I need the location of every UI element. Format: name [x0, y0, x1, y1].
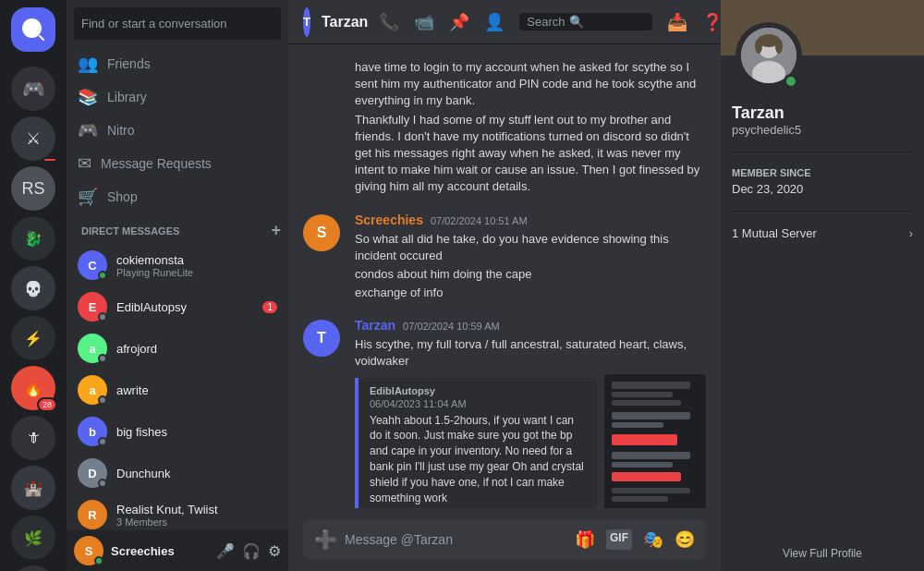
- dm-sub: Playing RuneLite: [116, 267, 193, 278]
- dm-item-realistknut[interactable]: R Realist Knut, Twiist3 Members: [70, 494, 285, 530]
- dm-name: big fishes: [116, 425, 167, 439]
- svg-point-5: [775, 39, 783, 54]
- right-panel: Tarzan psychedelic5 Member Since Dec 23,…: [721, 0, 924, 571]
- nitro-icon: 🎮: [78, 120, 98, 140]
- msg-avatar-spacer: [303, 59, 340, 198]
- message-requests-icon: ✉: [78, 153, 91, 174]
- video-icon[interactable]: 📹: [414, 12, 434, 32]
- mute-icon[interactable]: 🎤: [216, 542, 235, 560]
- dm-avatar: b: [78, 417, 107, 446]
- nav-nitro-label: Nitro: [107, 123, 135, 138]
- server-icon-10[interactable]: 🌿: [11, 516, 55, 560]
- dm-item-bigfishes[interactable]: b big fishes: [70, 411, 285, 452]
- dm-avatar: R: [78, 500, 107, 529]
- message-group: T Tarzan 07/02/2024 10:59 AM His scythe,…: [303, 318, 706, 508]
- gif-icon[interactable]: GIF: [606, 529, 632, 550]
- nav-shop-label: Shop: [107, 189, 138, 204]
- online-indicator: [784, 74, 798, 89]
- search-icon: 🔍: [569, 15, 584, 29]
- search-label: Search: [527, 15, 565, 29]
- msg-username: Screechies: [355, 213, 423, 227]
- chat-header: T Tarzan 📞 📹 📌 👤 Search 🔍 📥 ❓: [288, 0, 721, 44]
- server-sidebar: 🎮 ⚔ RS 🐉 💀 ⚡ 🔥 28 🗡 🏰 🌿 🎯 🌟 NEW + 🔭: [0, 0, 67, 571]
- profile-info: Tarzan psychedelic5: [721, 96, 924, 144]
- embed-mini-row: [612, 422, 663, 428]
- dm-avatar: a: [78, 375, 107, 405]
- server-icon-3[interactable]: RS: [11, 166, 55, 211]
- dm-avatar: a: [78, 334, 107, 363]
- dm-item-afrojord[interactable]: a afrojord: [70, 328, 285, 369]
- server-icon-9[interactable]: 🏰: [11, 466, 55, 510]
- message-embeds: EdiblAutopsy 06/04/2023 11:04 AM Yeahh a…: [355, 374, 706, 508]
- member-since-label: Member Since: [732, 167, 913, 178]
- view-full-profile-button[interactable]: View Full Profile: [732, 543, 913, 564]
- msg-text: Thankfully I had some of my stuff lent o…: [355, 112, 706, 196]
- nav-shop[interactable]: 🛒 Shop: [70, 181, 285, 213]
- library-icon: 📚: [78, 87, 98, 107]
- chat-messages: have time to login to my account when he…: [288, 44, 721, 508]
- dm-avatar: E: [78, 292, 107, 322]
- mutual-servers-row[interactable]: 1 Mutual Server ›: [721, 219, 924, 248]
- shop-icon: 🛒: [78, 187, 98, 207]
- msg-text: have time to login to my account when he…: [355, 59, 706, 110]
- dm-name: awrite: [116, 383, 149, 397]
- dm-item-ediblautopsy[interactable]: E EdiblAutopsy 1: [70, 286, 285, 327]
- home-button[interactable]: [11, 7, 55, 52]
- embed-message-1: EdiblAutopsy 06/04/2023 11:04 AM Yeahh a…: [355, 378, 597, 508]
- profile-divider: [732, 152, 913, 152]
- emoji-icon[interactable]: 😊: [675, 529, 695, 550]
- current-user-name: Screechies: [111, 544, 209, 558]
- msg-text: His scythe, my full torva / full ancestr…: [355, 336, 706, 370]
- chat-search-box[interactable]: Search 🔍: [519, 13, 652, 30]
- help-icon[interactable]: ❓: [702, 12, 721, 32]
- embed-timestamp: 06/04/2023 11:04 AM: [370, 398, 586, 409]
- nav-friends[interactable]: 👥 Friends: [70, 48, 285, 79]
- svg-point-4: [755, 39, 762, 54]
- server-icon-6[interactable]: ⚡: [11, 316, 55, 360]
- server-icon-11[interactable]: 🎯: [11, 565, 55, 571]
- embed-mini-row: [612, 496, 668, 502]
- dm-item-cokiemonsta[interactable]: C cokiemonstaPlaying RuneLite: [70, 245, 285, 286]
- search-bar[interactable]: Find or start a conversation: [74, 7, 281, 40]
- user-controls: 🎤 🎧 ⚙: [216, 542, 281, 560]
- dm-avatar: D: [78, 458, 107, 488]
- pin-icon[interactable]: 📌: [449, 12, 469, 32]
- server-icon-8[interactable]: 🗡: [11, 416, 55, 460]
- dm-item-dunchunk[interactable]: D Dunchunk: [70, 453, 285, 493]
- search-placeholder: Find or start a conversation: [81, 17, 227, 30]
- embed-mini-row: [612, 400, 681, 406]
- server-icon-2[interactable]: ⚔: [11, 116, 55, 161]
- server-icon-5[interactable]: 💀: [11, 266, 55, 310]
- embed-mini-row: [612, 392, 673, 397]
- deafen-icon[interactable]: 🎧: [242, 542, 261, 560]
- profile-name: Tarzan: [732, 103, 913, 123]
- settings-icon[interactable]: ⚙: [268, 542, 281, 560]
- server-icon-1[interactable]: 🎮: [11, 67, 55, 111]
- msg-content: Screechies 07/02/2024 10:51 AM So what a…: [355, 213, 706, 304]
- nav-message-requests[interactable]: ✉ Message Requests: [70, 148, 285, 179]
- server-icon-4[interactable]: 🐉: [11, 216, 55, 261]
- phone-icon[interactable]: 📞: [379, 12, 399, 32]
- inbox-icon[interactable]: 📥: [667, 12, 687, 32]
- dm-list: C cokiemonstaPlaying RuneLite E EdiblAut…: [67, 244, 288, 530]
- gift-icon[interactable]: 🎁: [575, 529, 595, 550]
- msg-header: Tarzan 07/02/2024 10:59 AM: [355, 318, 706, 333]
- sticker-icon[interactable]: 🎭: [643, 529, 663, 550]
- dm-sidebar: Find or start a conversation 👥 Friends 📚…: [67, 0, 288, 571]
- server-icon-7[interactable]: 🔥 28: [11, 366, 55, 410]
- nav-library[interactable]: 📚 Library: [70, 81, 285, 113]
- embed-mini-row: [612, 462, 673, 468]
- add-dm-button[interactable]: +: [271, 221, 281, 240]
- dm-name: EdiblAutopsy: [116, 300, 187, 314]
- nav-friends-label: Friends: [107, 56, 151, 71]
- chat-input[interactable]: [345, 532, 567, 547]
- message-group: S Screechies 07/02/2024 10:51 AM So what…: [303, 213, 706, 304]
- msg-text: exchange of info: [355, 285, 706, 301]
- add-member-icon[interactable]: 👤: [484, 12, 505, 32]
- dm-item-awrite[interactable]: a awrite: [70, 370, 285, 410]
- member-since-value: Dec 23, 2020: [732, 182, 913, 196]
- user-status-dot: [94, 556, 103, 565]
- embed-screenshot: [604, 374, 706, 508]
- add-content-icon[interactable]: ➕: [314, 528, 337, 551]
- nav-nitro[interactable]: 🎮 Nitro: [70, 115, 285, 146]
